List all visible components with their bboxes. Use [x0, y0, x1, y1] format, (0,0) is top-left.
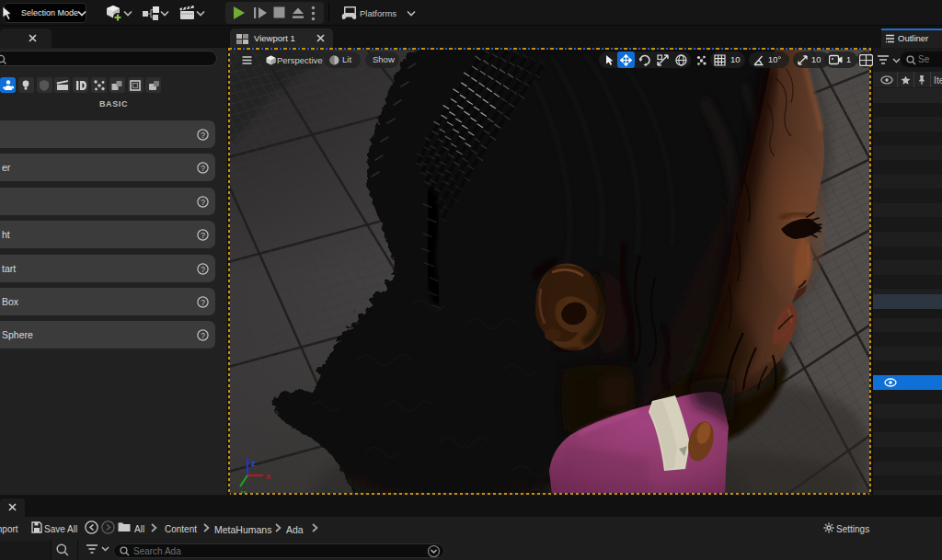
svg-text:?: ?	[201, 298, 205, 307]
svg-text:?: ?	[201, 264, 205, 273]
svg-text:z: z	[251, 459, 256, 468]
svg-text:?: ?	[201, 131, 205, 140]
svg-text:?: ?	[201, 164, 205, 173]
svg-text:?: ?	[201, 231, 205, 240]
svg-text:?: ?	[201, 197, 205, 206]
svg-text:?: ?	[201, 331, 205, 340]
svg-text:x: x	[266, 472, 270, 481]
